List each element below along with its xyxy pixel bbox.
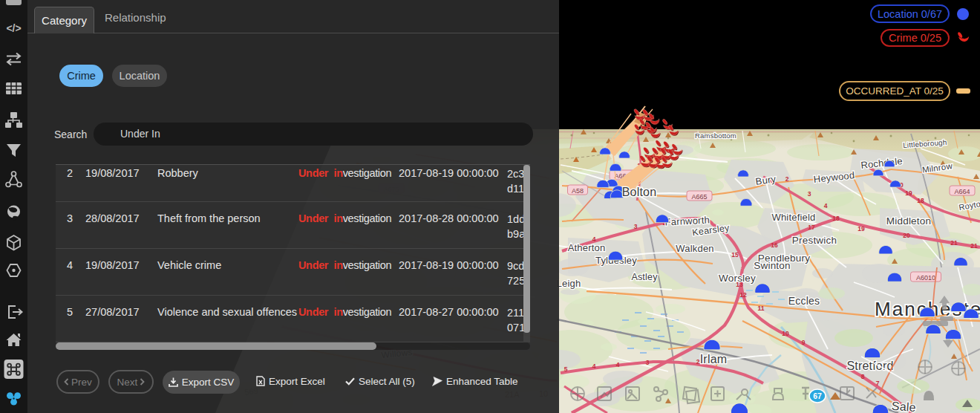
svg-text:7: 7	[876, 380, 880, 387]
svg-text:2: 2	[785, 175, 789, 183]
svg-text:11: 11	[758, 305, 765, 312]
svg-text:Prestwich: Prestwich	[792, 235, 837, 246]
svg-text:A6010: A6010	[916, 274, 935, 282]
svg-text:Bolton: Bolton	[622, 186, 657, 198]
svg-text:A665: A665	[691, 193, 707, 201]
svg-text:16: 16	[771, 241, 778, 249]
svg-text:A58: A58	[572, 187, 584, 195]
svg-text:18: 18	[832, 215, 840, 222]
svg-text:</>: </>	[6, 22, 21, 34]
svg-text:4: 4	[592, 362, 596, 370]
svg-text:17: 17	[808, 224, 815, 231]
svg-text:9: 9	[802, 339, 806, 346]
svg-text:Leigh: Leigh	[557, 278, 581, 289]
svg-text:5: 5	[564, 365, 568, 373]
svg-text:19: 19	[905, 189, 912, 197]
svg-text:Astley: Astley	[631, 272, 658, 282]
svg-text:10: 10	[782, 330, 789, 337]
svg-text:20: 20	[903, 232, 910, 239]
svg-text:3: 3	[646, 359, 650, 366]
svg-text:Ramsbottom: Ramsbottom	[695, 131, 736, 140]
svg-text:Atherton: Atherton	[568, 242, 606, 253]
svg-text:4: 4	[824, 202, 828, 209]
svg-text:Worsley: Worsley	[719, 273, 756, 284]
svg-text:21: 21	[970, 242, 978, 250]
svg-text:21: 21	[950, 239, 958, 247]
svg-text:67: 67	[813, 391, 822, 400]
svg-text:19: 19	[858, 225, 865, 232]
svg-text:A664: A664	[954, 188, 970, 195]
svg-text:3: 3	[808, 190, 811, 198]
svg-text:3: 3	[634, 223, 638, 230]
svg-text:12: 12	[739, 291, 747, 299]
svg-text:18: 18	[917, 197, 924, 204]
svg-text:Sale: Sale	[891, 400, 916, 413]
svg-text:Walkden: Walkden	[676, 243, 714, 254]
svg-text:Whitefield: Whitefield	[771, 212, 815, 223]
svg-text:Middleton: Middleton	[886, 215, 931, 227]
svg-text:4: 4	[616, 361, 620, 368]
svg-text:Swinton: Swinton	[754, 260, 790, 271]
svg-text:15: 15	[731, 251, 739, 258]
svg-text:Eccles: Eccles	[788, 295, 820, 307]
svg-text:Irlam: Irlam	[700, 353, 728, 365]
svg-text:8: 8	[861, 373, 865, 380]
